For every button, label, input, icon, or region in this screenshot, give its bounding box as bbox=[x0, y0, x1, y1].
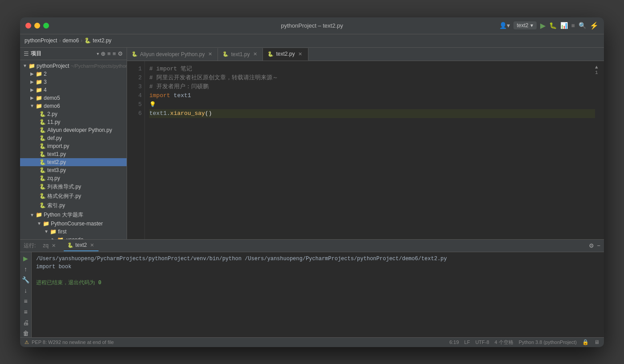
code-line-5: 💡 bbox=[149, 100, 595, 109]
code-line-4: import text1 bbox=[149, 91, 595, 100]
new-file-icon[interactable]: ⊕ bbox=[101, 50, 106, 57]
folder-icon-demo6: 📁 bbox=[35, 103, 42, 109]
sidebar-header-label: 项目 bbox=[31, 50, 95, 57]
tree-item-demo6[interactable]: ▼ 📁 demo6 bbox=[20, 102, 127, 110]
code-paren: () bbox=[205, 109, 212, 118]
tree-item-import[interactable]: 🐍 import.py bbox=[20, 142, 127, 150]
run-align-icon[interactable]: ≡ bbox=[21, 308, 30, 315]
search-icon[interactable]: 🔍 bbox=[579, 22, 586, 29]
tree-item-vscode[interactable]: ▶ 📁 .vscode bbox=[20, 236, 127, 239]
tab-text1-icon: 🐍 bbox=[222, 51, 229, 57]
run-icon[interactable]: ▶ bbox=[540, 21, 546, 30]
tree-item-aliyun[interactable]: 🐍 Aliyun developer Python.py bbox=[20, 126, 127, 134]
py-icon-import: 🐍 bbox=[39, 143, 46, 149]
tree-arrow-2: ▶ bbox=[29, 71, 35, 76]
run-panel-minimize-icon[interactable]: − bbox=[597, 242, 600, 249]
maximize-button[interactable] bbox=[43, 23, 49, 29]
sidebar: ☰ 项目 ▾ ⊕ ≡ ≡ ⚙ ▼ 📁 pythonProject ~/Pycha… bbox=[20, 48, 127, 239]
tree-item-pymaster[interactable]: ▼ 📁 PythonCourse-master bbox=[20, 220, 127, 228]
tab-aliyun-close[interactable]: ✕ bbox=[207, 51, 213, 57]
settings-icon[interactable]: ⚡ bbox=[590, 21, 599, 30]
tab-text2[interactable]: 🐍 text2.py ✕ bbox=[263, 48, 308, 61]
coverage-icon[interactable]: 📊 bbox=[560, 22, 568, 29]
run-config-label: text2 bbox=[517, 22, 529, 29]
tab-text1[interactable]: 🐍 text1.py ✕ bbox=[218, 48, 263, 61]
run-output[interactable]: /Users/yanshuopeng/PycharmProjects/pytho… bbox=[32, 252, 604, 337]
breadcrumb-sep-1: › bbox=[59, 37, 61, 44]
hint-bulb-icon[interactable]: 💡 bbox=[149, 100, 156, 109]
navbar: pythonProject › demo6 › 🐍 text2.py bbox=[20, 34, 604, 48]
tree-item-def[interactable]: 🐍 def.py bbox=[20, 134, 127, 142]
tree-item-demo5[interactable]: ▶ 📁 demo5 bbox=[20, 94, 127, 102]
tree-item-first[interactable]: ▼ 📁 first bbox=[20, 228, 127, 236]
tree-label-demo6: demo6 bbox=[44, 103, 60, 109]
tree-item-univlib[interactable]: ▼ 📁 Python 大学题库 bbox=[20, 210, 127, 220]
tab-bar: 🐍 Aliyun developer Python.py ✕ 🐍 text1.p… bbox=[127, 48, 604, 61]
tab-text2-close[interactable]: ✕ bbox=[297, 51, 304, 57]
run-tab-text2[interactable]: 🐍 text2 ✕ bbox=[64, 240, 99, 251]
sidebar-header-icons: ⊕ ≡ ≡ ⚙ bbox=[101, 50, 123, 57]
tree-label-univlib: Python 大学题库 bbox=[44, 211, 83, 219]
code-line-1: # import 笔记 bbox=[149, 65, 595, 74]
sidebar-tree: ▼ 📁 pythonProject ~/PycharmProjects/pyth… bbox=[20, 60, 127, 239]
normal-text1: text1 bbox=[170, 91, 191, 100]
tree-arrow-demo5: ▶ bbox=[29, 95, 35, 100]
tab-aliyun[interactable]: 🐍 Aliyun developer Python.py ✕ bbox=[127, 48, 218, 61]
close-button[interactable] bbox=[25, 23, 31, 29]
tab-text1-label: text1.py bbox=[231, 51, 250, 57]
run-trash-icon[interactable]: 🗑 bbox=[21, 330, 30, 337]
run-print-icon[interactable]: 🖨 bbox=[21, 319, 30, 326]
run-content: ▶ ↑ 🔧 ↓ ≡ ≡ 🖨 🗑 /Users/yanshuopeng/Pycha… bbox=[20, 252, 604, 337]
run-scroll-up-icon[interactable]: ↑ bbox=[21, 266, 30, 273]
py-icon-text2py: 🐍 bbox=[39, 159, 46, 165]
breadcrumb-file[interactable]: text2.py bbox=[93, 37, 111, 44]
breadcrumb-project[interactable]: pythonProject bbox=[25, 37, 57, 44]
tree-item-format[interactable]: 🐍 格式化例子.py bbox=[20, 192, 127, 201]
run-wrench-icon[interactable]: 🔧 bbox=[21, 276, 30, 283]
tab-text1-close[interactable]: ✕ bbox=[252, 51, 258, 57]
debug-icon[interactable]: 🐛 bbox=[549, 22, 557, 29]
new-folder-icon[interactable]: ≡ bbox=[107, 50, 111, 57]
status-warning-text[interactable]: PEP 8: W292 no newline at end of file bbox=[32, 339, 114, 345]
tree-item-4[interactable]: ▶ 📁 4 bbox=[20, 86, 127, 94]
collapse-icon[interactable]: ≡ bbox=[112, 50, 116, 57]
run-tab-zq-label: zq bbox=[43, 242, 49, 249]
tree-item-2[interactable]: ▶ 📁 2 bbox=[20, 70, 127, 78]
folder-icon-demo5: 📁 bbox=[35, 95, 42, 101]
run-tab-zq-close[interactable]: ✕ bbox=[50, 242, 57, 249]
comment-1: # import 笔记 bbox=[149, 65, 192, 74]
tree-arrow-univlib: ▼ bbox=[29, 213, 35, 217]
sidebar-settings-icon[interactable]: ⚙ bbox=[118, 50, 123, 57]
tree-item-zq[interactable]: 🐍 zq.py bbox=[20, 174, 127, 182]
tree-item-3[interactable]: ▶ 📁 3 bbox=[20, 78, 127, 86]
tree-item-list[interactable]: 🐍 列表推导式.py bbox=[20, 182, 127, 192]
run-tab-text2-close[interactable]: ✕ bbox=[89, 242, 95, 248]
tree-item-text2py[interactable]: 🐍 text2.py bbox=[20, 158, 127, 166]
tree-label-zq: zq.py bbox=[47, 175, 60, 181]
run-play-icon[interactable]: ▶ bbox=[21, 255, 30, 262]
traffic-lights bbox=[25, 23, 49, 29]
tree-item-index[interactable]: 🐍 索引.py bbox=[20, 201, 127, 210]
py-icon-11py: 🐍 bbox=[39, 119, 46, 125]
status-encoding: UTF-8 bbox=[475, 339, 489, 345]
editor-area: 🐍 Aliyun developer Python.py ✕ 🐍 text1.p… bbox=[127, 48, 604, 239]
run-tab-zq[interactable]: zq ✕ bbox=[39, 240, 60, 251]
status-python-ver: Python 3.8 (pythonProject) bbox=[519, 339, 577, 345]
tree-item-2py[interactable]: 🐍 2.py bbox=[20, 110, 127, 118]
tree-item-11py[interactable]: 🐍 11.py bbox=[20, 118, 127, 126]
stop-icon[interactable]: ■ bbox=[571, 22, 575, 29]
breadcrumb-demo6[interactable]: demo6 bbox=[62, 37, 79, 44]
tree-item-text1py[interactable]: 🐍 text1.py bbox=[20, 150, 127, 158]
py-icon-2py: 🐍 bbox=[39, 111, 46, 117]
tree-arrow-4: ▶ bbox=[29, 87, 35, 92]
run-config-selector[interactable]: text2 ▾ bbox=[513, 21, 537, 29]
run-panel-settings-icon[interactable]: ⚙ bbox=[589, 242, 594, 249]
code-content[interactable]: # import 笔记 # 阿里云开发者社区原创文章，转载请注明来源～ # 开发… bbox=[145, 61, 595, 239]
run-lines-icon[interactable]: ≡ bbox=[21, 298, 30, 305]
tree-item-pythonProject[interactable]: ▼ 📁 pythonProject ~/PycharmProjects/pyth… bbox=[20, 62, 127, 70]
run-scroll-down-icon[interactable]: ↓ bbox=[21, 287, 30, 294]
user-icon[interactable]: 👤▾ bbox=[499, 22, 510, 29]
minimize-button[interactable] bbox=[34, 23, 40, 29]
tree-item-text3py[interactable]: 🐍 text3.py bbox=[20, 166, 127, 174]
main-window: pythonProject – text2.py 👤▾ text2 ▾ ▶ 🐛 … bbox=[20, 17, 604, 347]
